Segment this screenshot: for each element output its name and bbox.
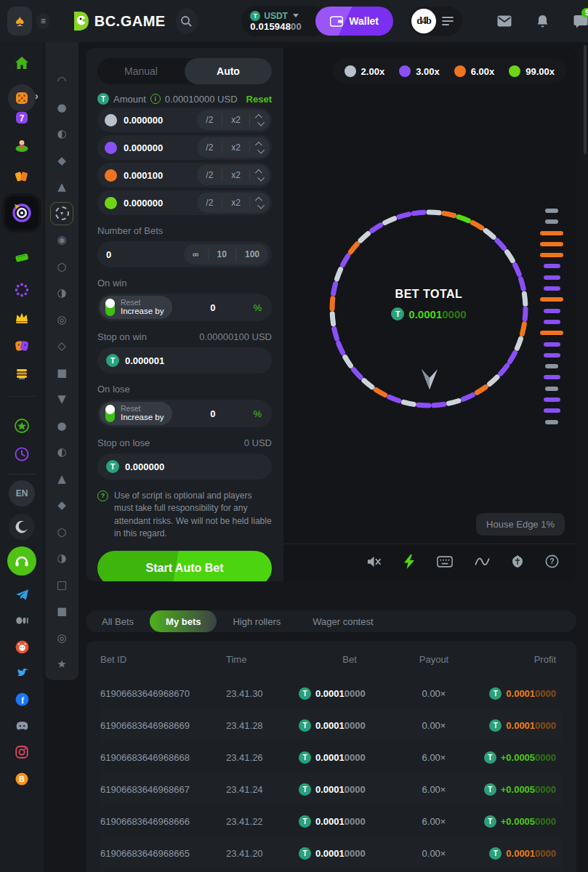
social-link-discord[interactable] [0, 718, 44, 736]
stop-on-win-input[interactable]: T 0.000001 [97, 347, 272, 374]
social-link-instagram[interactable] [0, 745, 44, 762]
fairness-button[interactable] [512, 554, 523, 571]
half-button[interactable]: /2 [197, 114, 222, 126]
bet-value[interactable]: 0.000000 [124, 198, 163, 209]
language-button[interactable]: EN [9, 480, 35, 506]
sidebar-item-promotions[interactable] [0, 169, 44, 187]
sidebar-item-bank[interactable] [0, 366, 44, 384]
game-rail-item-blackjack[interactable]: ○ [45, 525, 78, 538]
sidebar-item-friends[interactable] [0, 338, 44, 357]
bet-value[interactable]: 0.000000 [124, 115, 163, 126]
sidebar-item-bc-originals[interactable] [0, 282, 44, 301]
sidebar-item-slots[interactable]: 7 [0, 110, 44, 129]
bet-value[interactable]: 0.000000 [124, 142, 163, 153]
expand-chevron-icon[interactable]: › [35, 90, 39, 102]
sound-muted-button[interactable] [366, 555, 382, 571]
num-bets-preset-2[interactable]: 100 [235, 249, 268, 260]
tab-high-rollers[interactable]: High rollers [217, 610, 297, 632]
info-icon[interactable]: i [150, 94, 161, 104]
game-rail-item-miner[interactable]: ◑ [45, 552, 78, 565]
toggle-switch[interactable] [105, 405, 115, 422]
social-link-medium[interactable] [0, 613, 44, 631]
sidebar-item-support[interactable] [0, 546, 44, 576]
game-rail-item-craps[interactable]: ◆ [45, 498, 78, 512]
stepper[interactable] [249, 114, 270, 126]
table-row[interactable]: 61906683646968667 23.41.24 T0.00010000 6… [100, 773, 562, 805]
table-row[interactable]: 61906683646968665 23.41.20 T0.00010000 0… [100, 837, 562, 869]
on-lose-mode-toggle[interactable]: Reset Increase by [100, 402, 172, 425]
stepper[interactable] [249, 197, 270, 209]
game-rail-item-sword[interactable]: ▼ [45, 392, 78, 405]
wallet-button[interactable]: Wallet [315, 7, 393, 36]
on-win-value[interactable]: 0 [172, 302, 253, 313]
toggle-switch[interactable] [105, 299, 115, 316]
social-link-twitter[interactable] [0, 666, 44, 684]
start-auto-bet-button[interactable]: Start Auto Bet [97, 551, 272, 581]
table-row[interactable]: 61906683646968668 23.41.26 T0.00010000 6… [100, 741, 562, 773]
profile-menu[interactable]: d4b [409, 7, 462, 36]
notifications-button[interactable] [536, 15, 549, 28]
amount-reset-link[interactable]: Reset [246, 94, 272, 105]
game-rail-item-keno[interactable]: ◎ [45, 313, 78, 326]
inbox-button[interactable] [497, 15, 512, 27]
tab-my-bets[interactable]: My bets [150, 610, 217, 632]
search-button[interactable] [176, 8, 198, 34]
sidebar-item-rewards[interactable] [0, 418, 44, 437]
hotkeys-button[interactable] [437, 556, 453, 570]
spade-logo-icon[interactable]: ♠ [7, 7, 32, 36]
stepper[interactable] [249, 169, 270, 181]
social-link-telegram[interactable] [0, 587, 44, 605]
double-button[interactable]: x2 [222, 142, 249, 153]
tab-auto[interactable]: Auto [185, 58, 272, 84]
sidebar-item-language[interactable]: EN [0, 480, 44, 506]
game-rail-item-ring-of-fortune[interactable]: ★ [45, 658, 78, 671]
double-button[interactable]: x2 [222, 114, 249, 126]
game-rail-item-wheel[interactable]: ▾ [45, 202, 78, 225]
double-button[interactable]: x2 [222, 169, 249, 181]
game-rail-item-hilo[interactable]: ◐ [45, 445, 78, 459]
double-button[interactable]: x2 [222, 197, 249, 209]
half-button[interactable]: /2 [197, 169, 222, 181]
game-rail-item-crab[interactable]: ◑ [45, 286, 78, 299]
game-rail-item-classic-dice[interactable]: ● [45, 101, 78, 114]
on-win-mode-toggle[interactable]: Reset Increase by [100, 296, 172, 319]
sidebar-item-theme[interactable] [0, 514, 44, 540]
game-rail-item-baccarat[interactable]: ◎ [45, 631, 78, 645]
sidebar-item-lottery[interactable] [0, 249, 44, 268]
num-bets-preset-0[interactable]: ∞ [184, 249, 208, 260]
stop-on-lose-input[interactable]: T 0.000000 [97, 453, 272, 480]
stepper[interactable] [249, 142, 270, 153]
hamburger-menu-icon[interactable]: ≡ [36, 13, 50, 29]
balance-selector[interactable]: T USDT 0.01594800 [241, 6, 327, 36]
chat-button[interactable]: 99 [573, 15, 588, 28]
help-button[interactable]: ? [545, 554, 559, 571]
game-rail-item-crash[interactable]: ◠ [45, 74, 78, 87]
social-link-facebook[interactable]: f [0, 692, 44, 710]
table-row[interactable]: 61906683646968670 23.41.30 T0.00010000 0… [100, 677, 562, 709]
tab-all-bets[interactable]: All Bets [86, 610, 150, 632]
game-rail-item-third-eye[interactable]: ● [45, 419, 78, 432]
number-of-bets-input[interactable]: 0 ∞10100 [97, 241, 272, 267]
table-row[interactable]: 61906683646968669 23.41.28 T0.00010000 0… [100, 709, 562, 741]
sidebar-item-home[interactable] [0, 55, 44, 74]
sidebar-item-recent[interactable] [0, 446, 44, 465]
social-link-github[interactable] [0, 639, 44, 658]
game-rail-item-limbo[interactable]: ■ [45, 366, 78, 379]
half-button[interactable]: /2 [197, 197, 222, 209]
game-rail-item-tanks[interactable]: □ [45, 578, 78, 592]
game-rail-item-wukong[interactable]: ◐ [45, 127, 78, 140]
game-rail-item-space-ufo[interactable]: ▲ [45, 180, 78, 193]
bet-value[interactable]: 0.000100 [124, 170, 163, 181]
table-row[interactable]: 61906683646968666 23.41.22 T0.00010000 6… [100, 805, 562, 837]
tab-manual[interactable]: Manual [97, 58, 185, 84]
sidebar-item-live-casino[interactable] [0, 137, 44, 156]
game-rail-item-egg-party[interactable]: ◉ [45, 233, 78, 246]
scrollbar[interactable] [584, 45, 587, 154]
game-rail-item-coinflip[interactable]: ○ [45, 260, 78, 273]
num-bets-preset-1[interactable]: 10 [208, 249, 235, 260]
half-button[interactable]: /2 [197, 142, 222, 153]
social-link-bitcointalk[interactable]: B [0, 772, 44, 789]
game-rail-item-video-poker[interactable]: ◇ [45, 339, 78, 352]
sidebar-item-vip-club[interactable] [0, 310, 44, 328]
tab-wager-contest[interactable]: Wager contest [297, 610, 389, 632]
